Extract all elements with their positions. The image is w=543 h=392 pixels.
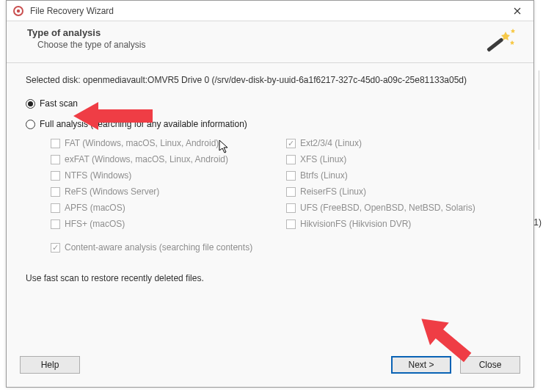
fs-label: FAT (Windows, macOS, Linux, Android) <box>65 138 219 148</box>
page-title: Type of analysis <box>27 27 145 38</box>
fs-item: APFS (macOS) <box>51 203 279 213</box>
app-icon <box>12 5 24 17</box>
fast-scan-option[interactable]: Fast scan <box>26 98 514 109</box>
mouse-cursor-icon <box>219 139 230 156</box>
hint-text: Use fast scan to restore recently delete… <box>26 273 514 283</box>
fs-label: ReiserFS (Linux) <box>300 186 366 197</box>
fs-label: HikvisionFS (Hikvision DVR) <box>300 219 411 229</box>
wizard-wand-icon <box>485 27 517 54</box>
fs-label: exFAT (Windows, macOS, Linux, Android) <box>65 154 228 164</box>
fs-label: UFS (FreeBSD, OpenBSD, NetBSD, Solaris) <box>300 203 475 213</box>
svg-rect-2 <box>486 37 504 52</box>
page-subtitle: Choose the type of analysis <box>27 40 145 50</box>
fs-label: Btrfs (Linux) <box>300 170 348 181</box>
content-aware-label: Content-aware analysis (searching file c… <box>65 242 252 253</box>
fs-label: XFS (Linux) <box>300 154 346 164</box>
background-window-edge <box>539 70 543 150</box>
selected-disk-label: Selected disk: openmediavault:OMVR5 Driv… <box>26 75 514 85</box>
wizard-window: File Recovery Wizard Type of analysis Ch… <box>6 0 534 388</box>
filesystem-grid: FAT (Windows, macOS, Linux, Android) Ext… <box>26 138 514 229</box>
wizard-content: Selected disk: openmediavault:OMVR5 Driv… <box>7 63 533 354</box>
fs-label: NTFS (Windows) <box>65 170 131 181</box>
fs-label: Ext2/3/4 (Linux) <box>300 138 362 148</box>
fs-item: FAT (Windows, macOS, Linux, Android) <box>51 138 279 148</box>
checkbox-icon <box>51 243 60 253</box>
fs-item: ReFS (Windows Server) <box>51 186 279 197</box>
fast-scan-label: Fast scan <box>40 98 78 109</box>
selected-disk-prefix: Selected disk: <box>26 75 83 85</box>
next-button[interactable]: Next > <box>391 356 451 374</box>
fs-item: ReiserFS (Linux) <box>286 186 514 197</box>
svg-point-1 <box>17 9 20 12</box>
fs-item: UFS (FreeBSD, OpenBSD, NetBSD, Solaris) <box>286 203 514 213</box>
fs-item: exFAT (Windows, macOS, Linux, Android) <box>51 154 279 164</box>
window-title: File Recovery Wizard <box>30 6 501 16</box>
fs-label: HFS+ (macOS) <box>65 219 125 229</box>
fs-item: NTFS (Windows) <box>51 170 279 181</box>
radio-icon <box>26 99 35 109</box>
titlebar: File Recovery Wizard <box>7 1 533 21</box>
fs-label: ReFS (Windows Server) <box>65 186 159 197</box>
selected-disk-value: openmediavault:OMVR5 Drive 0 (/srv/dev-d… <box>83 75 467 85</box>
fs-item: HFS+ (macOS) <box>51 219 279 229</box>
radio-icon <box>26 120 35 129</box>
full-analysis-label: Full analysis (searching for any availab… <box>40 119 247 129</box>
fs-item: XFS (Linux) <box>286 154 514 164</box>
close-button[interactable]: Close <box>460 356 520 374</box>
fs-item: HikvisionFS (Hikvision DVR) <box>286 219 514 229</box>
content-aware-option: Content-aware analysis (searching file c… <box>26 242 514 253</box>
wizard-footer: Help Next > Close <box>7 350 533 387</box>
wizard-header: Type of analysis Choose the type of anal… <box>7 21 533 63</box>
fs-label: APFS (macOS) <box>65 203 125 213</box>
fs-item: Btrfs (Linux) <box>286 170 514 181</box>
full-analysis-option[interactable]: Full analysis (searching for any availab… <box>26 119 514 129</box>
window-close-button[interactable] <box>501 1 533 21</box>
help-button[interactable]: Help <box>20 356 80 374</box>
fs-item: Ext2/3/4 (Linux) <box>286 138 514 148</box>
